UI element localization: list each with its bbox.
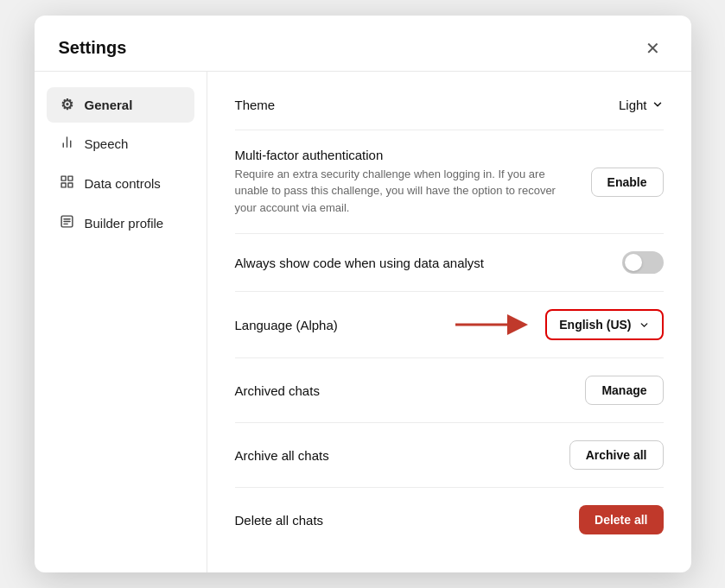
arrow-svg [455, 313, 533, 337]
mfa-description: Require an extra security challenge when… [235, 166, 563, 217]
language-dropdown-button[interactable]: English (US) [545, 309, 663, 340]
language-setting-row: Language (Alpha) [235, 292, 664, 358]
theme-value: Light [619, 98, 647, 112]
sidebar-item-data-controls[interactable]: Data controls [47, 166, 194, 202]
sidebar-label-speech: Speech [85, 136, 129, 151]
toggle-slider [622, 251, 664, 274]
builder-profile-icon [59, 214, 76, 233]
speech-icon [59, 135, 76, 154]
sidebar-item-speech[interactable]: Speech [47, 126, 194, 162]
sidebar-label-general: General [85, 98, 133, 112]
sidebar-item-builder-profile[interactable]: Builder profile [47, 205, 194, 242]
mfa-label: Multi-factor authentication [235, 148, 570, 162]
archived-chats-row: Archived chats Manage [235, 358, 664, 423]
svg-rect-6 [61, 183, 66, 187]
always-show-code-label: Always show code when using data analyst [235, 256, 601, 270]
delete-all-row: Delete all chats Delete all [235, 488, 664, 552]
modal-body: ⚙ General Speech Data controls [35, 72, 691, 573]
svg-rect-5 [68, 183, 73, 187]
modal-header: Settings ✕ [35, 16, 691, 72]
language-value: English (US) [559, 318, 631, 332]
theme-dropdown-button[interactable]: Light [619, 98, 664, 112]
language-label: Language (Alpha) [235, 318, 436, 332]
delete-all-button[interactable]: Delete all [579, 505, 663, 534]
theme-setting-row: Theme Light [235, 80, 664, 130]
settings-content: Theme Light Multi-factor authentication … [207, 72, 691, 573]
archive-all-label: Archive all chats [235, 448, 549, 463]
theme-chevron-icon [652, 98, 664, 111]
archive-all-row: Archive all chats Archive all [235, 423, 664, 488]
mfa-enable-button[interactable]: Enable [591, 168, 664, 197]
general-icon: ⚙ [59, 96, 76, 114]
always-show-code-row: Always show code when using data analyst [235, 234, 664, 292]
delete-all-label: Delete all chats [235, 513, 559, 528]
sidebar-item-general[interactable]: ⚙ General [47, 87, 194, 123]
svg-rect-3 [61, 176, 66, 180]
language-chevron-icon [639, 319, 650, 331]
sidebar-label-builder-profile: Builder profile [85, 216, 164, 231]
mfa-setting-row: Multi-factor authentication Require an e… [235, 130, 664, 235]
modal-title: Settings [59, 38, 127, 58]
always-show-code-toggle[interactable] [622, 251, 664, 274]
sidebar-label-data-controls: Data controls [85, 176, 161, 191]
red-arrow [455, 313, 533, 337]
sidebar: ⚙ General Speech Data controls [35, 72, 207, 573]
settings-modal: Settings ✕ ⚙ General Speech [35, 16, 691, 573]
data-controls-icon [59, 174, 76, 193]
close-button[interactable]: ✕ [639, 35, 667, 62]
theme-label: Theme [235, 98, 598, 112]
manage-button[interactable]: Manage [585, 376, 663, 405]
svg-rect-4 [68, 176, 73, 180]
archive-all-button[interactable]: Archive all [569, 440, 664, 470]
archived-chats-label: Archived chats [235, 383, 565, 398]
